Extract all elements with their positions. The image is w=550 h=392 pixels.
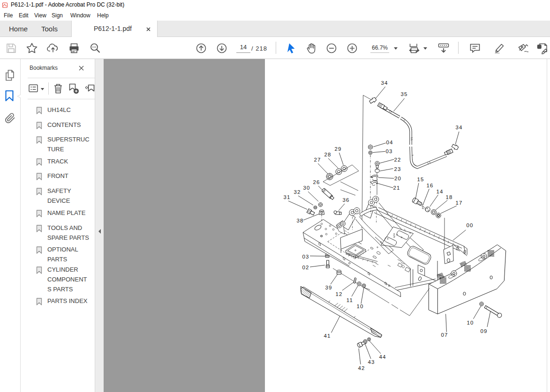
svg-text:34: 34 xyxy=(455,125,462,130)
svg-text:28: 28 xyxy=(324,152,331,157)
svg-text:10: 10 xyxy=(467,320,474,325)
svg-text:29: 29 xyxy=(334,146,341,152)
svg-text:43: 43 xyxy=(368,359,375,365)
svg-text:41: 41 xyxy=(324,333,331,339)
svg-text:15: 15 xyxy=(417,177,424,182)
svg-text:39: 39 xyxy=(325,285,332,290)
svg-text:18: 18 xyxy=(445,194,452,200)
svg-text:07: 07 xyxy=(441,332,448,338)
svg-text:03: 03 xyxy=(385,148,392,154)
svg-text:36: 36 xyxy=(342,197,349,203)
svg-text:27: 27 xyxy=(314,157,321,163)
svg-text:35: 35 xyxy=(400,91,407,97)
svg-text:14: 14 xyxy=(436,189,443,194)
svg-text:44: 44 xyxy=(379,354,386,360)
svg-text:02: 02 xyxy=(302,265,309,270)
svg-text:26: 26 xyxy=(313,179,320,185)
svg-text:22: 22 xyxy=(394,157,401,163)
svg-text:12: 12 xyxy=(335,291,342,297)
svg-text:34: 34 xyxy=(381,80,388,86)
svg-text:21: 21 xyxy=(393,185,400,191)
svg-text:38: 38 xyxy=(296,218,303,223)
svg-text:10: 10 xyxy=(356,303,363,309)
svg-text:11: 11 xyxy=(347,297,353,303)
svg-text:09: 09 xyxy=(480,328,487,334)
svg-text:03: 03 xyxy=(302,254,309,259)
svg-text:16: 16 xyxy=(426,183,433,188)
svg-text:17: 17 xyxy=(455,200,462,206)
svg-text:04: 04 xyxy=(386,140,393,145)
svg-text:42: 42 xyxy=(358,365,365,371)
svg-text:23: 23 xyxy=(394,166,401,172)
svg-text:00: 00 xyxy=(466,222,473,228)
svg-text:32: 32 xyxy=(294,189,301,195)
svg-text:31: 31 xyxy=(283,194,290,200)
svg-text:20: 20 xyxy=(394,176,401,181)
svg-text:30: 30 xyxy=(303,185,310,191)
